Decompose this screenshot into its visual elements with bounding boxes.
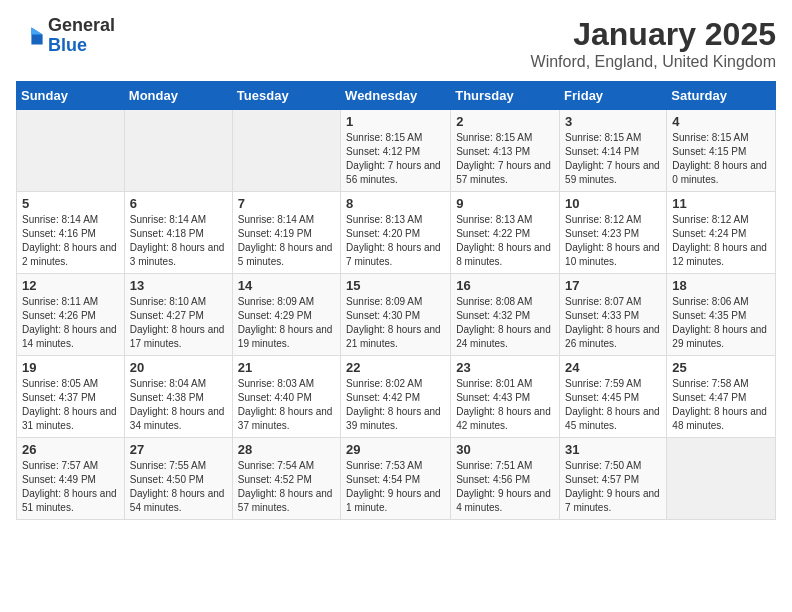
calendar-cell: 13Sunrise: 8:10 AM Sunset: 4:27 PM Dayli… [124,274,232,356]
calendar-cell: 23Sunrise: 8:01 AM Sunset: 4:43 PM Dayli… [451,356,560,438]
calendar-cell: 2Sunrise: 8:15 AM Sunset: 4:13 PM Daylig… [451,110,560,192]
day-number: 23 [456,360,554,375]
day-info: Sunrise: 7:58 AM Sunset: 4:47 PM Dayligh… [672,377,770,433]
calendar-cell [232,110,340,192]
calendar-cell: 27Sunrise: 7:55 AM Sunset: 4:50 PM Dayli… [124,438,232,520]
calendar-cell: 20Sunrise: 8:04 AM Sunset: 4:38 PM Dayli… [124,356,232,438]
day-number: 20 [130,360,227,375]
calendar-cell: 8Sunrise: 8:13 AM Sunset: 4:20 PM Daylig… [341,192,451,274]
day-info: Sunrise: 7:55 AM Sunset: 4:50 PM Dayligh… [130,459,227,515]
calendar-cell [17,110,125,192]
header-wednesday: Wednesday [341,82,451,110]
header-tuesday: Tuesday [232,82,340,110]
calendar-cell: 11Sunrise: 8:12 AM Sunset: 4:24 PM Dayli… [667,192,776,274]
calendar-week-4: 26Sunrise: 7:57 AM Sunset: 4:49 PM Dayli… [17,438,776,520]
day-number: 25 [672,360,770,375]
day-info: Sunrise: 7:53 AM Sunset: 4:54 PM Dayligh… [346,459,445,515]
logo-icon [16,22,44,50]
day-number: 1 [346,114,445,129]
calendar-cell: 6Sunrise: 8:14 AM Sunset: 4:18 PM Daylig… [124,192,232,274]
calendar-cell: 24Sunrise: 7:59 AM Sunset: 4:45 PM Dayli… [560,356,667,438]
calendar-cell: 3Sunrise: 8:15 AM Sunset: 4:14 PM Daylig… [560,110,667,192]
day-number: 19 [22,360,119,375]
header: General Blue January 2025 Winford, Engla… [16,16,776,71]
day-number: 6 [130,196,227,211]
logo: General Blue [16,16,115,56]
day-number: 26 [22,442,119,457]
day-info: Sunrise: 8:11 AM Sunset: 4:26 PM Dayligh… [22,295,119,351]
day-info: Sunrise: 8:12 AM Sunset: 4:24 PM Dayligh… [672,213,770,269]
day-info: Sunrise: 8:09 AM Sunset: 4:29 PM Dayligh… [238,295,335,351]
title-area: January 2025 Winford, England, United Ki… [531,16,776,71]
day-number: 5 [22,196,119,211]
logo-blue: Blue [48,35,87,55]
day-number: 2 [456,114,554,129]
day-number: 28 [238,442,335,457]
day-info: Sunrise: 7:50 AM Sunset: 4:57 PM Dayligh… [565,459,661,515]
day-number: 24 [565,360,661,375]
calendar-cell: 30Sunrise: 7:51 AM Sunset: 4:56 PM Dayli… [451,438,560,520]
day-info: Sunrise: 7:54 AM Sunset: 4:52 PM Dayligh… [238,459,335,515]
day-number: 31 [565,442,661,457]
day-info: Sunrise: 8:06 AM Sunset: 4:35 PM Dayligh… [672,295,770,351]
calendar-cell: 26Sunrise: 7:57 AM Sunset: 4:49 PM Dayli… [17,438,125,520]
day-number: 13 [130,278,227,293]
day-number: 10 [565,196,661,211]
day-info: Sunrise: 8:13 AM Sunset: 4:20 PM Dayligh… [346,213,445,269]
calendar-week-2: 12Sunrise: 8:11 AM Sunset: 4:26 PM Dayli… [17,274,776,356]
header-thursday: Thursday [451,82,560,110]
day-number: 27 [130,442,227,457]
day-number: 22 [346,360,445,375]
day-info: Sunrise: 8:07 AM Sunset: 4:33 PM Dayligh… [565,295,661,351]
calendar-cell: 17Sunrise: 8:07 AM Sunset: 4:33 PM Dayli… [560,274,667,356]
svg-marker-1 [31,27,42,34]
calendar-subtitle: Winford, England, United Kingdom [531,53,776,71]
header-row: Sunday Monday Tuesday Wednesday Thursday… [17,82,776,110]
calendar-cell: 19Sunrise: 8:05 AM Sunset: 4:37 PM Dayli… [17,356,125,438]
day-number: 16 [456,278,554,293]
header-sunday: Sunday [17,82,125,110]
calendar-week-1: 5Sunrise: 8:14 AM Sunset: 4:16 PM Daylig… [17,192,776,274]
calendar-cell: 10Sunrise: 8:12 AM Sunset: 4:23 PM Dayli… [560,192,667,274]
day-info: Sunrise: 8:12 AM Sunset: 4:23 PM Dayligh… [565,213,661,269]
day-number: 21 [238,360,335,375]
day-number: 14 [238,278,335,293]
calendar-cell: 14Sunrise: 8:09 AM Sunset: 4:29 PM Dayli… [232,274,340,356]
day-info: Sunrise: 8:01 AM Sunset: 4:43 PM Dayligh… [456,377,554,433]
calendar-cell: 1Sunrise: 8:15 AM Sunset: 4:12 PM Daylig… [341,110,451,192]
calendar-cell [124,110,232,192]
day-info: Sunrise: 7:57 AM Sunset: 4:49 PM Dayligh… [22,459,119,515]
header-friday: Friday [560,82,667,110]
logo-general: General [48,15,115,35]
day-number: 29 [346,442,445,457]
calendar-cell: 5Sunrise: 8:14 AM Sunset: 4:16 PM Daylig… [17,192,125,274]
calendar-week-0: 1Sunrise: 8:15 AM Sunset: 4:12 PM Daylig… [17,110,776,192]
day-number: 9 [456,196,554,211]
calendar-cell: 15Sunrise: 8:09 AM Sunset: 4:30 PM Dayli… [341,274,451,356]
day-info: Sunrise: 8:08 AM Sunset: 4:32 PM Dayligh… [456,295,554,351]
calendar-cell: 28Sunrise: 7:54 AM Sunset: 4:52 PM Dayli… [232,438,340,520]
day-info: Sunrise: 7:59 AM Sunset: 4:45 PM Dayligh… [565,377,661,433]
calendar-cell: 16Sunrise: 8:08 AM Sunset: 4:32 PM Dayli… [451,274,560,356]
calendar-cell: 12Sunrise: 8:11 AM Sunset: 4:26 PM Dayli… [17,274,125,356]
day-info: Sunrise: 8:14 AM Sunset: 4:19 PM Dayligh… [238,213,335,269]
day-info: Sunrise: 8:14 AM Sunset: 4:16 PM Dayligh… [22,213,119,269]
day-number: 17 [565,278,661,293]
day-info: Sunrise: 8:13 AM Sunset: 4:22 PM Dayligh… [456,213,554,269]
day-number: 15 [346,278,445,293]
logo-text: General Blue [48,16,115,56]
day-info: Sunrise: 8:15 AM Sunset: 4:13 PM Dayligh… [456,131,554,187]
calendar-week-3: 19Sunrise: 8:05 AM Sunset: 4:37 PM Dayli… [17,356,776,438]
day-info: Sunrise: 7:51 AM Sunset: 4:56 PM Dayligh… [456,459,554,515]
day-info: Sunrise: 8:05 AM Sunset: 4:37 PM Dayligh… [22,377,119,433]
day-number: 7 [238,196,335,211]
calendar-title: January 2025 [531,16,776,53]
day-info: Sunrise: 8:14 AM Sunset: 4:18 PM Dayligh… [130,213,227,269]
day-info: Sunrise: 8:09 AM Sunset: 4:30 PM Dayligh… [346,295,445,351]
day-info: Sunrise: 8:03 AM Sunset: 4:40 PM Dayligh… [238,377,335,433]
calendar-cell: 21Sunrise: 8:03 AM Sunset: 4:40 PM Dayli… [232,356,340,438]
day-info: Sunrise: 8:04 AM Sunset: 4:38 PM Dayligh… [130,377,227,433]
day-number: 18 [672,278,770,293]
day-number: 4 [672,114,770,129]
calendar-cell: 7Sunrise: 8:14 AM Sunset: 4:19 PM Daylig… [232,192,340,274]
